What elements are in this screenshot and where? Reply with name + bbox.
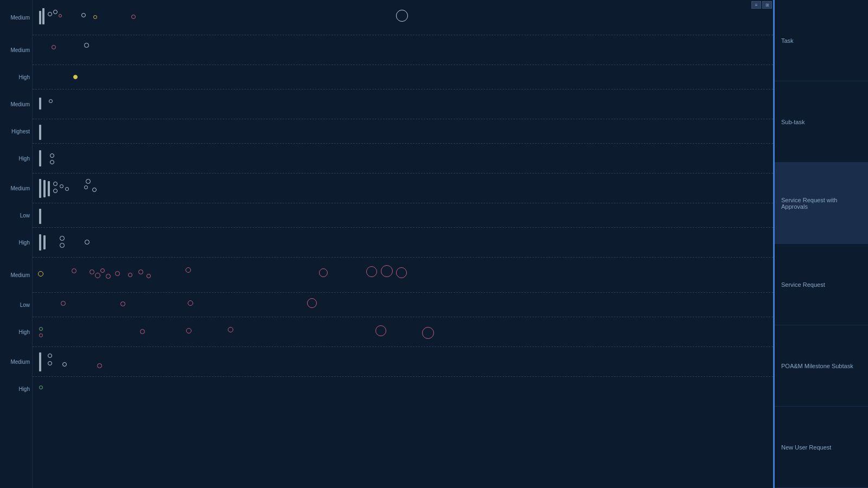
- legend-subtask-label: Sub-task: [781, 119, 805, 125]
- row-1: [33, 0, 773, 35]
- priority-high-1: High: [0, 65, 32, 89]
- dot-r10-1: [72, 268, 76, 273]
- row-12: [33, 317, 773, 347]
- priority-medium-1: Medium: [0, 0, 32, 35]
- priority-medium-5: Medium: [0, 258, 32, 293]
- row-7: [33, 174, 773, 203]
- dot-r12-1: [140, 329, 145, 334]
- dot-r7-2: [53, 189, 58, 193]
- row-4: [33, 89, 773, 119]
- dot-r6-1: [50, 153, 54, 158]
- bar-r8-1: [39, 209, 41, 224]
- row-3: [33, 65, 773, 89]
- dot-r4-1: [49, 99, 53, 103]
- dot-r10-9: [146, 274, 151, 278]
- priority-highest-1: Highest: [0, 119, 32, 144]
- bar-r9-1: [39, 234, 41, 251]
- dot-r13-2: [48, 361, 52, 365]
- right-legend-panel: Task Sub-task Service Request with Appro…: [773, 0, 868, 488]
- dot-1: [48, 12, 52, 16]
- dot-r10-4: [100, 268, 105, 273]
- row-8: [33, 203, 773, 228]
- dot-r9-1: [60, 236, 65, 241]
- dot-r13-3: [62, 362, 67, 367]
- bar-r6-1: [39, 150, 41, 166]
- dot-r12-large2: [422, 327, 434, 339]
- dot-r10-large1: [319, 268, 328, 277]
- legend-poam[interactable]: POA&M Milestone Subtask: [775, 325, 868, 407]
- priority-low-2: Low: [0, 293, 32, 317]
- dot-r13-1: [48, 354, 52, 358]
- dot-r14-green: [39, 386, 43, 389]
- dot-r10-8: [138, 269, 143, 274]
- top-controls[interactable]: ≡ ⊞: [751, 1, 772, 9]
- dot-r2-2: [84, 43, 89, 48]
- dot-r7-5: [84, 185, 88, 189]
- priority-medium-3: Medium: [0, 89, 32, 119]
- row-6: [33, 144, 773, 174]
- dot-r10-2: [90, 269, 94, 274]
- dot-r2-1: [52, 45, 56, 49]
- dot-r7-6: [65, 187, 69, 191]
- view-toggle-2[interactable]: ⊞: [762, 1, 772, 9]
- priority-high-4: High: [0, 317, 32, 347]
- dot-pink-1: [59, 14, 62, 17]
- dot-r12-green: [39, 327, 43, 331]
- dot-r10-6: [115, 271, 120, 276]
- row-5: [33, 119, 773, 144]
- dot-large-1: [396, 10, 408, 22]
- legend-subtask[interactable]: Sub-task: [775, 81, 868, 163]
- bar-1: [39, 11, 41, 24]
- priority-high-2: High: [0, 144, 32, 174]
- priority-high-5: High: [0, 377, 32, 401]
- row-14: [33, 377, 773, 401]
- dot-3: [81, 13, 86, 17]
- dot-r7-1: [53, 182, 58, 186]
- legend-task[interactable]: Task: [775, 0, 868, 81]
- row-11: [33, 293, 773, 317]
- view-toggle-1[interactable]: ≡: [751, 1, 761, 9]
- bar-r7-1: [39, 179, 41, 198]
- dot-r10-yellow: [38, 271, 43, 277]
- bar-r13-1: [39, 352, 41, 371]
- dot-r7-7: [92, 188, 97, 192]
- dot-r12-large1: [375, 325, 386, 336]
- dot-2: [53, 10, 58, 14]
- legend-service-request-approvals[interactable]: Service Request with Approvals: [775, 163, 868, 244]
- dot-r10-10: [186, 267, 191, 273]
- dot-r11-large1: [307, 298, 317, 308]
- legend-poam-label: POA&M Milestone Subtask: [781, 363, 853, 369]
- dot-r13-pink: [97, 363, 102, 368]
- dot-r10-7: [128, 273, 132, 277]
- priority-low-1: Low: [0, 203, 32, 228]
- bar-r9-2: [43, 235, 46, 249]
- dot-r12-2: [186, 328, 192, 333]
- dot-r10-large3: [381, 265, 393, 277]
- bar-r4-1: [39, 98, 41, 110]
- legend-new-user-label: New User Request: [781, 444, 831, 451]
- dot-r12-3: [228, 327, 233, 332]
- priority-medium-2: Medium: [0, 35, 32, 65]
- bar-2: [42, 8, 44, 24]
- row-13: [33, 347, 773, 377]
- legend-task-label: Task: [781, 37, 794, 44]
- dot-r10-large4: [396, 267, 407, 278]
- dot-r9-3: [85, 240, 90, 245]
- legend-new-user[interactable]: New User Request: [775, 407, 868, 488]
- row-10: [33, 258, 773, 293]
- dot-r10-large2: [366, 266, 377, 277]
- priority-high-3: High: [0, 228, 32, 258]
- dot-r3-1: [73, 75, 78, 79]
- bar-r7-3: [48, 181, 50, 196]
- dot-yellow-1: [93, 15, 97, 19]
- priority-medium-4: Medium: [0, 174, 32, 203]
- dot-r10-5: [106, 274, 111, 279]
- dot-r7-3: [60, 184, 63, 188]
- dot-r9-2: [60, 243, 65, 248]
- dot-r11-3: [188, 300, 193, 306]
- dot-r7-4: [86, 179, 91, 184]
- row-2: [33, 35, 773, 65]
- legend-service-request[interactable]: Service Request: [775, 244, 868, 325]
- row-9: [33, 228, 773, 258]
- dot-r6-2: [50, 160, 54, 164]
